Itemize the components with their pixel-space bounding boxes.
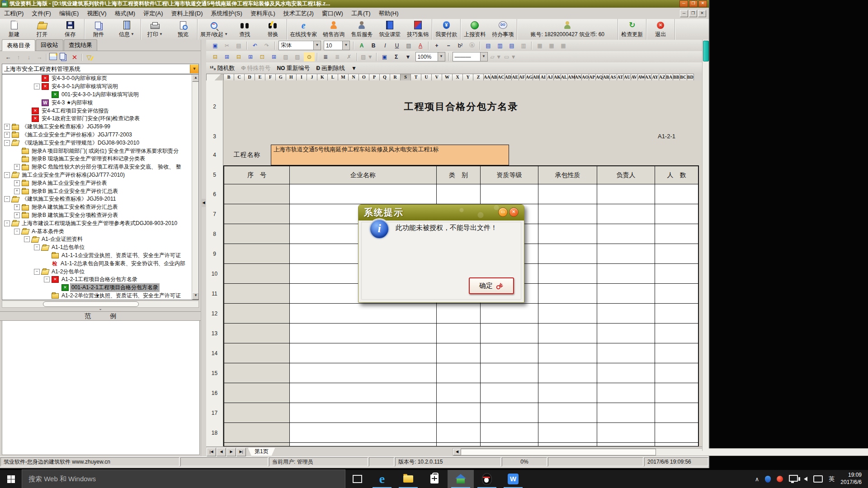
table-cell[interactable]: [437, 403, 481, 423]
toolbar-binoculars-button[interactable]: 查找: [231, 19, 259, 40]
collapse-icon[interactable]: −: [14, 229, 20, 235]
table-cell[interactable]: [437, 184, 481, 204]
table-cell[interactable]: [290, 443, 437, 446]
toolbar-folder-open-button[interactable]: 打开: [28, 19, 56, 40]
sheet-horizontal-scrollbar[interactable]: ◀ ▶: [453, 448, 868, 456]
collapse-icon[interactable]: −: [34, 84, 40, 89]
tree-item[interactable]: −✕安4-3-0-1内部审核填写说明: [2, 83, 192, 91]
row-header[interactable]: 8: [206, 224, 223, 244]
table-cell[interactable]: [223, 363, 290, 383]
table-cell[interactable]: [437, 363, 481, 383]
tree-item[interactable]: +《建筑施工安全检查标准》JGJ59-99: [2, 123, 192, 131]
sheet-vertical-scrollbar[interactable]: [702, 40, 709, 451]
tree-item[interactable]: +附录A 建筑施工安全检查评分汇总表: [2, 203, 192, 211]
collapse-icon[interactable]: −: [44, 277, 50, 282]
table-cell[interactable]: [597, 363, 655, 383]
italic-button[interactable]: I: [380, 41, 391, 50]
table-cell[interactable]: [538, 224, 597, 244]
tree-item[interactable]: ✕安4-4工程项目安全评估报告: [2, 107, 192, 115]
filter-button[interactable]: ▽: [85, 53, 94, 62]
tab-表格目录[interactable]: 表格目录: [2, 39, 35, 51]
new-table-button[interactable]: [49, 53, 58, 62]
table-cell[interactable]: [538, 184, 597, 204]
fill-pattern-button[interactable]: ▨ ▼: [360, 52, 374, 61]
row-height-minus-button[interactable]: ≣: [332, 52, 343, 61]
mdi-close-icon[interactable]: ✕: [698, 10, 706, 17]
table-cell[interactable]: [223, 443, 290, 446]
table-cell[interactable]: [223, 304, 290, 324]
table-cell[interactable]: [223, 383, 290, 403]
zoom-select[interactable]: 100%▼: [415, 52, 445, 61]
increase-button[interactable]: +: [431, 41, 442, 50]
table-cell[interactable]: [437, 443, 481, 446]
table-cell[interactable]: [481, 363, 538, 383]
underline-button[interactable]: U: [392, 41, 402, 50]
row-header[interactable]: 9: [206, 244, 223, 264]
tree-item[interactable]: +附录B 施工企业安全生产评价汇总表: [2, 187, 192, 195]
tree-item[interactable]: +附录C 危险性较大的分部分项工程清单及安全交底、 验收、 整: [2, 163, 192, 171]
table-header-cell[interactable]: 资质等级: [481, 165, 538, 184]
tree-item[interactable]: ✕001-A1-2-1工程项目合格分包方名录: [2, 284, 192, 292]
collapse-icon[interactable]: −: [4, 172, 10, 178]
table-header-cell[interactable]: 负责人: [597, 165, 655, 184]
table-cell[interactable]: [597, 184, 655, 204]
table-cell[interactable]: [437, 324, 481, 343]
table-cell[interactable]: [437, 304, 481, 324]
row-header[interactable]: 2: [206, 85, 223, 128]
table-cell[interactable]: [655, 403, 699, 423]
clear-format-button[interactable]: ✗: [344, 52, 354, 61]
tree-item[interactable]: ✕安4-1政府主管部门安全(环保)检查记录表: [2, 115, 192, 123]
chevron-down-icon[interactable]: ▼: [131, 32, 134, 36]
table-cell[interactable]: [223, 264, 290, 284]
task-view-button[interactable]: [345, 470, 369, 488]
row-header[interactable]: 15: [206, 363, 223, 384]
tab-查找结果[interactable]: 查找结果: [64, 39, 97, 51]
table-cell[interactable]: [655, 383, 699, 403]
table-cell[interactable]: [597, 264, 655, 284]
scroll-up-icon[interactable]: ▲: [192, 75, 199, 82]
table-cell[interactable]: [223, 184, 290, 204]
toolbar-printer-button[interactable]: 打印▼: [141, 19, 169, 40]
table-cell[interactable]: [538, 363, 597, 383]
tree-item[interactable]: +附录A 施工企业安全生产评价表: [2, 179, 192, 187]
sheet-tab[interactable]: 第1页: [248, 448, 275, 456]
taskbar-store[interactable]: [421, 470, 448, 488]
menu-item[interactable]: 工具(T): [347, 8, 375, 19]
toolbar-notebook-button[interactable]: 信息▼: [113, 19, 141, 40]
table-cell[interactable]: [538, 284, 597, 304]
row-header[interactable]: 4: [206, 145, 223, 166]
border-all-button[interactable]: ▦: [534, 41, 545, 50]
menu-item[interactable]: 帮助(H): [374, 8, 402, 19]
table-cell[interactable]: [290, 184, 437, 204]
project-name-label[interactable]: 工程名称: [223, 145, 271, 165]
table-cell[interactable]: [437, 383, 481, 403]
table-cell[interactable]: [290, 343, 437, 363]
table-cell[interactable]: [655, 423, 699, 443]
tree-item[interactable]: W安4-3 ★内部审核: [2, 99, 192, 107]
table-cell[interactable]: [223, 284, 290, 304]
table-cell[interactable]: [223, 224, 290, 244]
table-cell[interactable]: [597, 244, 655, 264]
table-cell[interactable]: [223, 324, 290, 343]
font-select[interactable]: 宋体▼: [278, 41, 321, 50]
table-cell[interactable]: [223, 423, 290, 443]
ok-button[interactable]: 确定: [469, 277, 514, 294]
project-name-value[interactable]: 上海市轨道交通5号线南延伸工程车站装修及风水电安装工程1标: [271, 145, 509, 165]
table-cell[interactable]: [481, 443, 538, 446]
row-height-plus-button[interactable]: ≣: [320, 52, 331, 61]
expand-icon[interactable]: +: [4, 132, 10, 138]
table-cell[interactable]: [655, 304, 699, 324]
table-cell[interactable]: [655, 443, 699, 446]
align-justify-button[interactable]: ▥: [518, 41, 529, 50]
taskbar-qq[interactable]: [474, 470, 500, 488]
row-header[interactable]: 3: [206, 128, 223, 145]
taskbar-zhuye-app[interactable]: [448, 470, 474, 488]
form-code[interactable]: A1-2-1: [223, 128, 699, 145]
menu-item[interactable]: 窗口(W): [318, 8, 347, 19]
first-sheet-button[interactable]: |◀: [207, 448, 216, 456]
scrollbar-thumb[interactable]: [43, 301, 139, 307]
table-cell[interactable]: [655, 284, 699, 304]
toolbar-preview-button[interactable]: 预览: [169, 19, 197, 40]
table-cell[interactable]: [481, 343, 538, 363]
table-header-cell[interactable]: 类 别: [437, 165, 481, 184]
